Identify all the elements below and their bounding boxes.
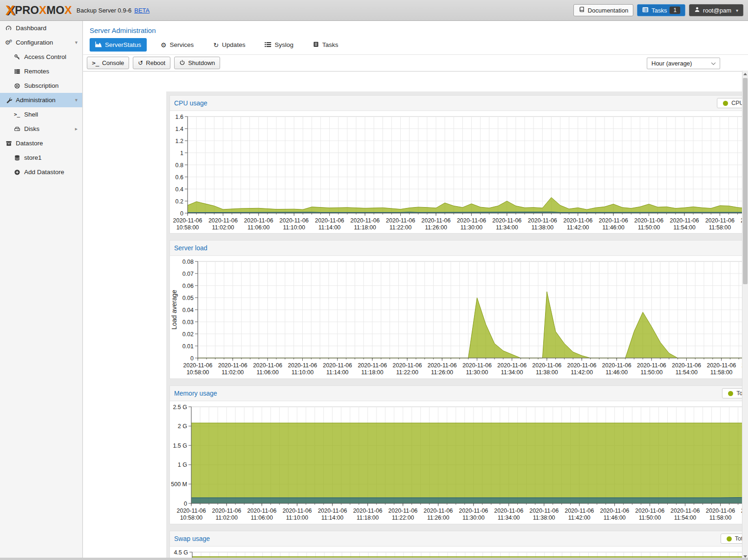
svg-text:11:06:00: 11:06:00 xyxy=(257,369,279,376)
chevron-down-icon: ▾ xyxy=(736,8,738,13)
sidebar-item-dashboard[interactable]: Dashboard xyxy=(0,21,82,35)
panel-cpu-usage: CPU usage CPU usageIO wait – 00.20.40.60… xyxy=(169,95,748,234)
svg-text:0.6: 0.6 xyxy=(176,174,183,181)
task-list-icon xyxy=(642,7,649,14)
svg-text:11:26:00: 11:26:00 xyxy=(431,369,453,376)
page-title: Server Administration xyxy=(83,21,748,37)
svg-text:11:54:00: 11:54:00 xyxy=(673,224,696,231)
svg-text:11:38:00: 11:38:00 xyxy=(533,514,555,521)
svg-text:10:58:00: 10:58:00 xyxy=(176,224,199,231)
chevron-down-icon[interactable]: ▾ xyxy=(75,97,78,103)
svg-text:11:30:00: 11:30:00 xyxy=(461,224,483,231)
scrollbar-thumb[interactable] xyxy=(743,78,748,284)
svg-text:11:30:00: 11:30:00 xyxy=(462,514,485,521)
book-icon xyxy=(579,7,585,14)
svg-text:2020-11-06: 2020-11-06 xyxy=(492,217,521,224)
key-icon xyxy=(13,53,21,61)
svg-text:11:06:00: 11:06:00 xyxy=(251,514,273,521)
sidebar-item-datastore[interactable]: Datastore xyxy=(0,136,82,150)
legend-dot xyxy=(727,536,732,541)
beta-link[interactable]: BETA xyxy=(134,7,150,14)
tab-serverstatus[interactable]: ServerStatus xyxy=(90,38,147,52)
svg-text:1.4: 1.4 xyxy=(176,126,183,132)
svg-text:2020-11-06: 2020-11-06 xyxy=(393,362,422,369)
chevron-right-icon: ▸ xyxy=(75,126,78,132)
svg-text:11:58:00: 11:58:00 xyxy=(709,514,732,521)
tab-syslog[interactable]: Syslog xyxy=(259,38,299,52)
sidebar-item-disks[interactable]: Disks ▸ xyxy=(0,122,82,136)
shutdown-button[interactable]: Shutdown xyxy=(174,57,220,69)
svg-text:1.5 G: 1.5 G xyxy=(173,443,187,449)
svg-text:2020-11-06: 2020-11-06 xyxy=(351,217,380,224)
svg-text:2020-11-06: 2020-11-06 xyxy=(602,362,631,369)
svg-text:11:38:00: 11:38:00 xyxy=(536,369,558,376)
sidebar-item-add-datastore[interactable]: Add Datastore xyxy=(0,165,82,179)
sidebar-item-configuration[interactable]: ⚙⚙ Configuration ▾ xyxy=(0,35,82,50)
svg-text:11:02:00: 11:02:00 xyxy=(215,514,238,521)
svg-text:2020-11-06: 2020-11-06 xyxy=(637,362,666,369)
svg-text:11:18:00: 11:18:00 xyxy=(354,224,376,231)
gears-icon: ⚙ xyxy=(161,42,167,48)
time-range-select[interactable]: Hour (average) xyxy=(647,58,720,69)
sidebar: Dashboard ⚙⚙ Configuration ▾ Access Cont… xyxy=(0,21,83,560)
chevron-down-icon[interactable]: ▾ xyxy=(75,39,78,46)
svg-text:2020-11-06: 2020-11-06 xyxy=(672,362,701,369)
svg-text:11:10:00: 11:10:00 xyxy=(283,224,305,231)
tasks-button[interactable]: Tasks 1 xyxy=(637,4,685,16)
main-area: Server Administration ServerStatus ⚙ Ser… xyxy=(83,21,748,560)
proxmox-logo: X PROXMOX xyxy=(6,3,72,17)
proxmox-wordmark: PROXMOX xyxy=(15,5,72,16)
svg-text:2020-11-06: 2020-11-06 xyxy=(353,508,382,514)
panel-title-memory: Memory usage xyxy=(174,390,217,397)
svg-text:1.6: 1.6 xyxy=(176,114,183,120)
tasks-count-badge: 1 xyxy=(670,7,680,14)
svg-text:2020-11-06: 2020-11-06 xyxy=(388,508,417,514)
svg-text:2020-11-06: 2020-11-06 xyxy=(280,217,309,224)
sidebar-item-store1[interactable]: store1 xyxy=(0,150,82,165)
svg-text:2020-11-06: 2020-11-06 xyxy=(423,508,453,514)
console-button[interactable]: >_ Console xyxy=(87,57,129,69)
svg-text:11:22:00: 11:22:00 xyxy=(392,514,414,521)
sidebar-item-remotes[interactable]: Remotes xyxy=(0,64,82,78)
archive-box-icon xyxy=(5,140,13,147)
tab-services[interactable]: ⚙ Services xyxy=(155,38,199,52)
svg-text:11:34:00: 11:34:00 xyxy=(496,224,518,231)
sidebar-item-administration[interactable]: Administration ▾ xyxy=(0,93,82,107)
svg-text:1: 1 xyxy=(180,150,183,156)
svg-text:11:54:00: 11:54:00 xyxy=(674,514,696,521)
svg-text:4.5 G: 4.5 G xyxy=(174,549,188,556)
svg-text:0.03: 0.03 xyxy=(182,319,194,326)
app-header: X PROXMOX Backup Server 0.9-6 BETA Docum… xyxy=(0,0,748,21)
scroll-up-button[interactable] xyxy=(742,71,748,78)
dashboard-gauge-icon xyxy=(5,25,13,32)
svg-text:0.2: 0.2 xyxy=(176,198,183,205)
svg-text:1 G: 1 G xyxy=(178,462,187,468)
svg-text:11:22:00: 11:22:00 xyxy=(390,224,412,231)
svg-text:2020-11-06: 2020-11-06 xyxy=(428,362,457,369)
list-icon xyxy=(265,42,271,48)
toolbar: >_ Console ↺ Reboot Shutdown Hour (avera… xyxy=(83,54,748,72)
svg-text:2020-11-06: 2020-11-06 xyxy=(358,362,387,369)
svg-text:11:58:00: 11:58:00 xyxy=(709,224,731,231)
tab-tasks[interactable]: Tasks xyxy=(307,38,344,52)
sidebar-item-subscription[interactable]: Subscription xyxy=(0,78,82,93)
area-chart-icon xyxy=(95,41,102,48)
svg-text:0.08: 0.08 xyxy=(182,259,194,265)
svg-text:11:02:00: 11:02:00 xyxy=(212,224,234,231)
documentation-button[interactable]: Documentation xyxy=(573,4,633,16)
svg-text:2 G: 2 G xyxy=(178,423,187,430)
sidebar-item-shell[interactable]: >_ Shell xyxy=(0,107,82,122)
svg-text:2020-11-06: 2020-11-06 xyxy=(176,508,206,514)
sidebar-item-access-control[interactable]: Access Control xyxy=(0,50,82,64)
svg-text:11:26:00: 11:26:00 xyxy=(425,224,447,231)
reboot-button[interactable]: ↺ Reboot xyxy=(133,57,170,69)
user-menu-button[interactable]: root@pam ▾ xyxy=(689,4,743,16)
svg-text:11:14:00: 11:14:00 xyxy=(321,514,344,521)
rotate-left-icon: ↺ xyxy=(138,60,143,66)
svg-text:0.07: 0.07 xyxy=(182,271,194,277)
tab-updates[interactable]: ↻ Updates xyxy=(208,38,251,52)
svg-text:11:18:00: 11:18:00 xyxy=(361,369,384,376)
svg-text:2020-11-06: 2020-11-06 xyxy=(494,508,523,514)
svg-text:11:42:00: 11:42:00 xyxy=(567,224,589,231)
vertical-scrollbar[interactable] xyxy=(742,71,748,560)
